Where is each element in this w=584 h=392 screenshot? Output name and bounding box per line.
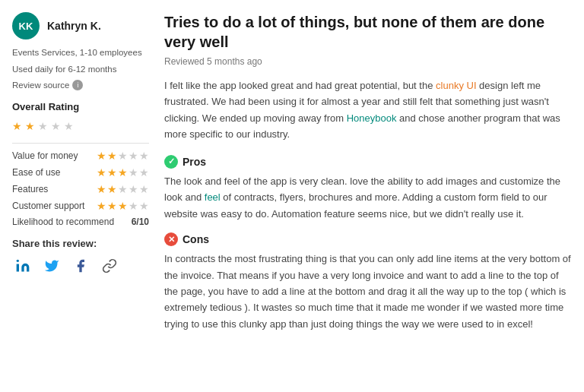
- svg-point-0: [17, 259, 19, 261]
- rating-row-features: Features ★ ★ ★ ★ ★: [12, 183, 149, 195]
- star-1: ★: [12, 120, 22, 132]
- review-date: Reviewed 5 months ago: [164, 56, 572, 67]
- right-panel: Tries to do a lot of things, but none of…: [164, 12, 572, 343]
- pros-feel-highlight: feel: [205, 191, 221, 203]
- share-label: Share this review:: [12, 238, 149, 249]
- reviewer-header: KK Kathryn K.: [12, 12, 149, 40]
- star-2: ★: [25, 120, 35, 132]
- star-3: ★: [38, 120, 48, 132]
- pros-icon: ✓: [164, 155, 178, 169]
- honeybook-highlight: Honeybook: [347, 112, 397, 124]
- likelihood-value: 6/10: [132, 217, 149, 227]
- pros-header: ✓ Pros: [164, 155, 572, 169]
- likelihood-row: Likelihood to recommend 6/10: [12, 217, 149, 227]
- twitter-share-icon[interactable]: [41, 255, 62, 277]
- star-4: ★: [51, 120, 61, 132]
- cons-header: ✕ Cons: [164, 232, 572, 246]
- reviewer-industry: Events Services, 1-10 employees: [12, 46, 149, 59]
- rating-label-customer-support: Customer support: [12, 201, 84, 211]
- cons-icon: ✕: [164, 232, 178, 246]
- stars-features: ★ ★ ★ ★ ★: [97, 183, 149, 195]
- clunky-ui-highlight: clunky UI: [436, 80, 476, 91]
- rating-label-value-for-money: Value for money: [12, 150, 78, 161]
- cons-text: In contracts the most frustrating thing …: [164, 251, 572, 332]
- stars-value-for-money: ★ ★ ★ ★ ★: [97, 150, 149, 162]
- reviewer-name: Kathryn K.: [47, 20, 101, 32]
- rating-row-customer-support: Customer support ★ ★ ★ ★ ★: [12, 200, 149, 212]
- linkedin-share-icon[interactable]: [12, 255, 33, 277]
- ratings-table: Value for money ★ ★ ★ ★ ★ Ease of use ★ …: [12, 143, 149, 227]
- avatar: KK: [12, 12, 40, 40]
- cons-title: Cons: [182, 233, 209, 245]
- overall-rating-stars: ★ ★ ★ ★ ★: [12, 120, 149, 132]
- pros-title: Pros: [182, 156, 206, 168]
- review-body: I felt like the app looked great and had…: [164, 77, 572, 143]
- reviewer-usage: Used daily for 6-12 months: [12, 62, 149, 76]
- facebook-share-icon[interactable]: [70, 255, 91, 277]
- review-source-label: Review source: [12, 81, 69, 90]
- rating-row-value-for-money: Value for money ★ ★ ★ ★ ★: [12, 150, 149, 162]
- overall-rating-label: Overall Rating: [12, 101, 149, 115]
- share-icons: [12, 255, 149, 277]
- rating-label-features: Features: [12, 184, 48, 194]
- rating-row-ease-of-use: Ease of use ★ ★ ★ ★ ★: [12, 166, 149, 179]
- likelihood-label: Likelihood to recommend: [12, 217, 114, 227]
- review-title: Tries to do a lot of things, but none of…: [164, 12, 572, 52]
- info-icon[interactable]: i: [72, 80, 83, 90]
- page-container: KK Kathryn K. Events Services, 1-10 empl…: [0, 0, 584, 355]
- pros-text: The look and feel of the app is very cle…: [164, 173, 572, 222]
- star-5: ★: [64, 120, 74, 132]
- link-share-icon[interactable]: [99, 255, 120, 277]
- rating-label-ease-of-use: Ease of use: [12, 167, 60, 178]
- left-panel: KK Kathryn K. Events Services, 1-10 empl…: [12, 12, 149, 343]
- stars-ease-of-use: ★ ★ ★ ★ ★: [97, 166, 149, 179]
- review-source: Review source i: [12, 80, 149, 90]
- stars-customer-support: ★ ★ ★ ★ ★: [97, 200, 149, 212]
